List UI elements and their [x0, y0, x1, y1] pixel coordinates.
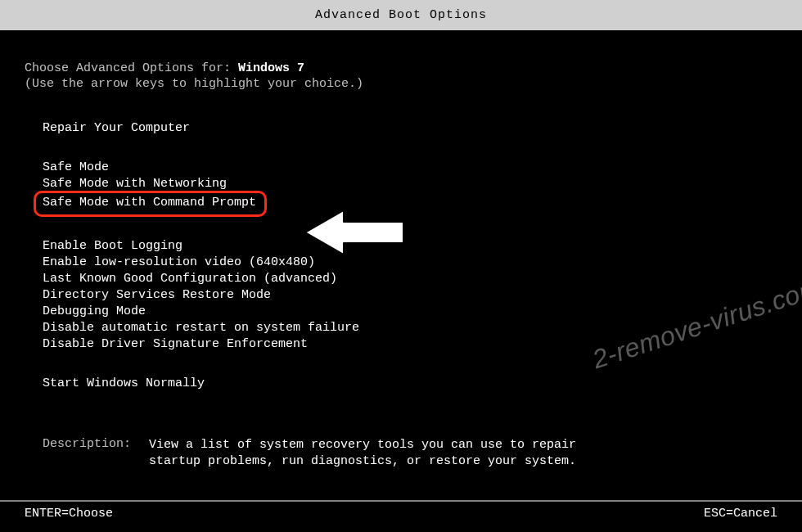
menu-item-low-res[interactable]: Enable low-resolution video (640x480)	[43, 255, 777, 271]
repair-section: Repair Your Computer	[43, 120, 777, 137]
highlight-box: Safe Mode with Command Prompt	[34, 191, 267, 217]
description-block: Description: View a list of system recov…	[25, 437, 777, 470]
normal-group: Start Windows Normally	[43, 376, 777, 392]
footer-esc: ESC=Cancel	[704, 507, 777, 521]
title-bar: Advanced Boot Options	[0, 0, 802, 30]
hint-line: (Use the arrow keys to highlight your ch…	[25, 77, 777, 91]
menu-item-start-normally[interactable]: Start Windows Normally	[43, 376, 777, 392]
footer: ENTER=Choose ESC=Cancel	[0, 500, 802, 521]
menu-item-ds-restore[interactable]: Directory Services Restore Mode	[43, 287, 777, 304]
footer-enter: ENTER=Choose	[25, 507, 113, 521]
menu-item-repair[interactable]: Repair Your Computer	[43, 120, 777, 137]
safe-mode-group: Safe Mode Safe Mode with Networking Safe…	[43, 160, 777, 215]
menu-item-disable-driver-sig[interactable]: Disable Driver Signature Enforcement	[43, 336, 777, 353]
content-area: Choose Advanced Options for: Windows 7 (…	[0, 30, 802, 505]
menu-item-safe-mode[interactable]: Safe Mode	[43, 160, 777, 176]
menu-item-boot-logging[interactable]: Enable Boot Logging	[43, 238, 777, 255]
menu-item-disable-auto-restart[interactable]: Disable automatic restart on system fail…	[43, 320, 777, 336]
menu-item-safe-mode-cmd[interactable]: Safe Mode with Command Prompt	[43, 196, 256, 210]
menu-item-safe-mode-networking[interactable]: Safe Mode with Networking	[43, 176, 777, 192]
os-name: Windows 7	[238, 61, 304, 75]
advanced-group: Enable Boot Logging Enable low-resolutio…	[43, 238, 777, 353]
title-text: Advanced Boot Options	[315, 8, 487, 22]
menu-item-debug[interactable]: Debugging Mode	[43, 304, 777, 320]
choose-prefix: Choose Advanced Options for:	[25, 61, 238, 75]
description-label: Description:	[43, 437, 149, 451]
description-text: View a list of system recovery tools you…	[149, 437, 607, 470]
menu-item-last-known-good[interactable]: Last Known Good Configuration (advanced)	[43, 271, 777, 287]
choose-line: Choose Advanced Options for: Windows 7	[25, 61, 777, 75]
